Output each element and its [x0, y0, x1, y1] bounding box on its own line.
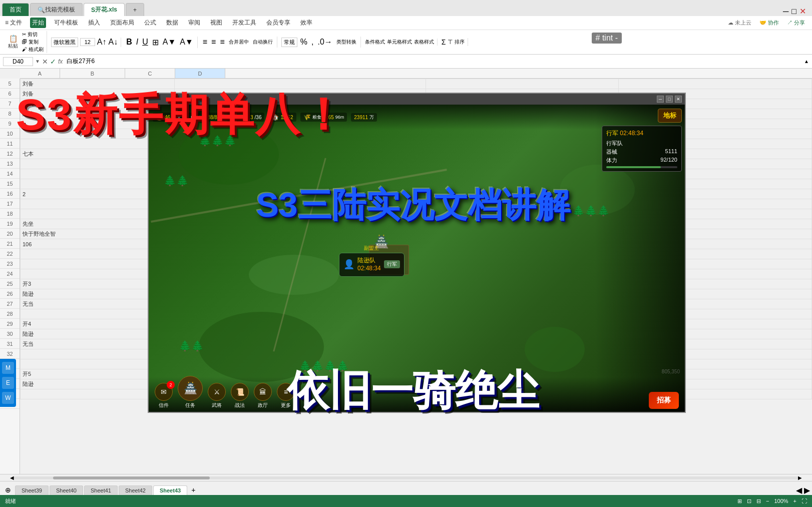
mail-btn[interactable]: ✉ 2 信件 — [155, 383, 173, 409]
filter-btn[interactable]: ⊤ — [448, 39, 453, 46]
sheet-tab-40[interactable]: Sheet40 — [50, 485, 83, 495]
row-num-23[interactable]: 23 — [0, 259, 20, 269]
font-size[interactable]: 12 — [80, 38, 95, 46]
comma-btn[interactable]: , — [310, 37, 314, 48]
font-size-increase[interactable]: A↑ — [97, 38, 107, 47]
underline-btn[interactable]: U — [141, 37, 149, 48]
cell-5d[interactable] — [619, 79, 812, 89]
row-num-17[interactable]: 17 — [0, 199, 20, 209]
row-num-10[interactable]: 10 — [0, 129, 20, 139]
conditional-format-btn[interactable]: 条件格式 — [365, 39, 385, 46]
row-num-16[interactable]: 16 — [0, 189, 20, 199]
close-btn[interactable]: ✕ — [799, 7, 806, 16]
cell-reference[interactable] — [3, 57, 33, 66]
cell-5b[interactable] — [175, 79, 426, 89]
view-layout-btn[interactable]: ⊡ — [747, 498, 751, 504]
row-num-32[interactable]: 32 — [0, 349, 20, 359]
taskbar-icon-2[interactable]: E — [2, 377, 14, 389]
decimal-increase-btn[interactable]: .0→ — [316, 37, 333, 48]
cell-style-btn[interactable]: 单元格样式 — [387, 39, 412, 46]
more-btn[interactable]: ≡ 更多 — [277, 383, 295, 409]
tab-excel[interactable]: S 开花.xls — [84, 3, 125, 16]
menu-layout[interactable]: 页面布局 — [108, 18, 136, 28]
cell-5a[interactable]: 刘备 — [21, 79, 175, 89]
horizontal-scrollbar[interactable]: ◀ ▶ — [0, 474, 812, 481]
row-num-19[interactable]: 19 — [0, 219, 20, 229]
align-center-btn[interactable]: ≡ — [210, 37, 217, 48]
menu-data[interactable]: 数据 — [164, 18, 180, 28]
view-page-btn[interactable]: ⊟ — [756, 498, 761, 504]
politics-btn[interactable]: 🏛 政厅 — [254, 383, 272, 409]
menu-member[interactable]: 会员专享 — [264, 18, 292, 28]
game-maximize-btn[interactable]: □ — [666, 96, 673, 103]
col-header-c[interactable]: C — [125, 69, 175, 78]
row-num-28[interactable]: 28 — [0, 309, 20, 319]
scroll-left-btn[interactable]: ◀ — [10, 475, 14, 480]
cell-5c[interactable] — [426, 79, 619, 89]
tactic-btn[interactable]: 📜 战法 — [231, 383, 249, 409]
zoom-decrease-btn[interactable]: − — [766, 498, 769, 504]
row-num-11[interactable]: 11 — [0, 139, 20, 149]
start-btn[interactable]: 开始 — [30, 18, 46, 28]
fill-color-btn[interactable]: A▼ — [162, 37, 177, 48]
menu-efficiency[interactable]: 效率 — [298, 18, 314, 28]
formula-input[interactable] — [65, 58, 802, 66]
font-size-decrease[interactable]: A↓ — [108, 38, 118, 47]
number-format-select[interactable]: 常规 — [281, 38, 297, 47]
align-left-btn[interactable]: ≡ — [202, 37, 208, 48]
row-num-6[interactable]: 6 — [0, 89, 20, 99]
sum-btn[interactable]: Σ — [442, 38, 446, 46]
italic-btn[interactable]: I — [135, 37, 139, 48]
col-header-a[interactable]: A — [20, 69, 60, 78]
col-header-b[interactable]: B — [60, 69, 125, 78]
row-num-18[interactable]: 18 — [0, 209, 20, 219]
taskbar-icon-1[interactable]: M — [2, 362, 14, 374]
menu-formula[interactable]: 公式 — [142, 18, 158, 28]
wrap-text-btn[interactable]: 自动换行 — [252, 38, 274, 47]
general-btn[interactable]: ⚔ 武将 — [208, 383, 226, 409]
row-num-8[interactable]: 8 — [0, 109, 20, 119]
add-sheet-btn[interactable]: ⊕ — [2, 485, 14, 495]
row-num-15[interactable]: 15 — [0, 179, 20, 189]
row-num-31[interactable]: 31 — [0, 339, 20, 349]
confirm-formula-icon[interactable]: ✓ — [50, 58, 56, 66]
percent-btn[interactable]: % — [299, 37, 308, 48]
scroll-sheets-left[interactable]: ◀ — [796, 485, 802, 495]
row-num-30[interactable]: 30 — [0, 329, 20, 339]
view-normal-btn[interactable]: ⊞ — [737, 498, 742, 504]
row-num-29[interactable]: 29 — [0, 319, 20, 329]
bold-btn[interactable]: B — [125, 37, 133, 48]
expand-formula-bar-icon[interactable]: ▲ — [804, 59, 809, 64]
row-num-7[interactable]: 7 — [0, 99, 20, 109]
scroll-right-btn[interactable]: ▶ — [798, 475, 802, 480]
taskbar-icon-3[interactable]: W — [2, 392, 14, 404]
menu-review[interactable]: 审阅 — [186, 18, 202, 28]
row-num-24[interactable]: 24 — [0, 269, 20, 279]
sort-btn[interactable]: 排序 — [455, 39, 465, 46]
align-right-btn[interactable]: ≡ — [219, 37, 225, 48]
scroll-sheets-right[interactable]: ▶ — [804, 485, 810, 495]
landmark-button[interactable]: 地标 — [658, 109, 682, 123]
recruit-btn-container[interactable]: 招募 — [649, 392, 679, 409]
merge-center-btn[interactable]: 合并居中 — [228, 38, 250, 47]
sheet-tab-43[interactable]: Sheet43 — [153, 485, 187, 495]
collaborate-btn[interactable]: 🤝 协作 — [757, 18, 781, 28]
game-close-btn[interactable]: ✕ — [675, 96, 682, 103]
row-num-26[interactable]: 26 — [0, 289, 20, 299]
font-name[interactable]: 微软雅黑 — [51, 38, 78, 47]
row-num-5[interactable]: 5 — [0, 79, 20, 89]
table-style-btn[interactable]: 表格样式 — [414, 39, 434, 46]
row-num-13[interactable]: 13 — [0, 159, 20, 169]
maximize-btn[interactable]: □ — [791, 7, 796, 16]
fullscreen-btn[interactable]: ⛶ — [801, 498, 807, 504]
format-brush-btn[interactable]: 🖌 格式刷 — [22, 46, 44, 53]
row-num-14[interactable]: 14 — [0, 169, 20, 179]
paste-btn[interactable]: 📋 粘贴 — [6, 34, 20, 51]
menu-dev[interactable]: 开发工具 — [230, 18, 258, 28]
border-btn[interactable]: ⊞ — [151, 37, 160, 48]
row-num-21[interactable]: 21 — [0, 239, 20, 249]
game-minimize-btn[interactable]: ─ — [657, 96, 664, 103]
task-btn[interactable]: 🏯 任务 — [178, 376, 203, 409]
menu-file[interactable]: ≡ 文件 — [3, 18, 24, 28]
font-color-btn[interactable]: A▼ — [179, 37, 194, 48]
